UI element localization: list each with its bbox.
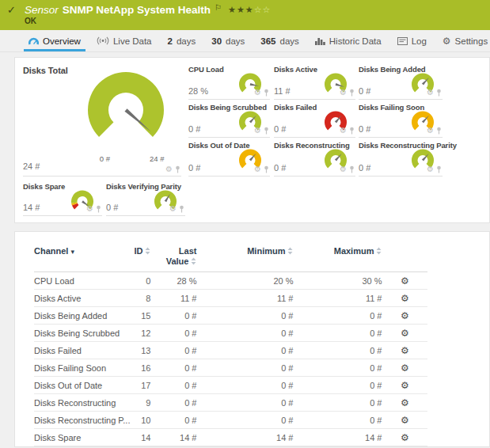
gauge-panel-disks-being-added: Disks Being Added 0 # ⚙ (359, 64, 443, 100)
channel-settings-icon[interactable]: ⚙ (401, 328, 409, 339)
cell-last-value: 0 # (150, 359, 196, 377)
tab-num: 30 (211, 36, 222, 46)
cell-minimum: 0 # (196, 325, 293, 342)
channel-settings-icon[interactable]: ⚙ (401, 345, 409, 356)
column-header-minimum[interactable]: Minimum (196, 246, 293, 272)
channel-settings-icon[interactable]: ⚙ (401, 432, 409, 443)
cell-maximum: 11 # (293, 290, 382, 307)
gauge-title: Disks Total (23, 66, 68, 75)
gauge-panel-actions: ⚙ (254, 89, 269, 97)
channel-settings-icon[interactable]: ⚙ (427, 89, 434, 97)
gauge-panel-disks-reconstructing-parity: Disks Reconstructing Parity 0 # ⚙ (359, 140, 443, 177)
channel-settings-icon[interactable]: ⚙ (401, 363, 409, 374)
channel-settings-icon[interactable]: ⚙ (340, 165, 347, 173)
status-check-icon: ✓ (7, 4, 16, 16)
pin-icon[interactable] (436, 127, 442, 135)
cell-maximum: 0 # (293, 359, 382, 377)
gauge-panel-disks-being-scrubbed: Disks Being Scrubbed 0 # ⚙ (188, 102, 270, 138)
gauge-title: Disks Failed (274, 103, 317, 112)
gauge-title: CPU Load (188, 65, 224, 74)
channel-settings-icon[interactable]: ⚙ (254, 127, 261, 135)
gauge-panel-actions: ⚙ (165, 165, 180, 173)
channel-settings-icon[interactable]: ⚙ (401, 293, 409, 304)
stars-empty: ☆☆ (254, 5, 272, 14)
tab-30-days[interactable]: 30 days (203, 30, 253, 51)
cell-id: 16 (130, 359, 150, 377)
table-row: Disks Being Scrubbed 12 0 # 0 # 0 # ⚙ (34, 325, 427, 342)
pin-icon[interactable] (436, 165, 442, 173)
table-row: Disks Reconstructing 9 0 # 0 # 0 # ⚙ (34, 394, 427, 412)
channel-settings-icon[interactable]: ⚙ (340, 89, 347, 97)
tab-historic-data[interactable]: Historic Data (307, 30, 389, 51)
tab-label: Log (412, 36, 427, 46)
pin-icon[interactable] (264, 89, 269, 97)
column-header-channel[interactable]: Channel▾ (34, 246, 130, 272)
gauge-panel-disks-reconstructing: Disks Reconstructing 0 # ⚙ (274, 140, 355, 177)
pin-icon[interactable] (179, 205, 184, 213)
tab-word: days (226, 36, 245, 46)
broadcast-icon (97, 36, 109, 45)
pin-icon[interactable] (264, 165, 269, 173)
channel-settings-icon[interactable]: ⚙ (401, 415, 409, 426)
pin-icon[interactable] (175, 165, 180, 173)
channel-settings-icon[interactable]: ⚙ (169, 205, 177, 213)
gauge-panel-actions: ⚙ (340, 127, 355, 135)
pin-icon[interactable] (349, 89, 355, 97)
gauge-value: 0 # (188, 163, 200, 173)
pin-icon[interactable] (264, 127, 269, 135)
tab-365-days[interactable]: 365 days (253, 30, 306, 51)
table-row: Disks Reconstructing P... 10 0 # 0 # 0 #… (34, 412, 427, 429)
priority-stars[interactable]: ★★★☆☆ (228, 5, 271, 14)
cell-minimum: 0 # (196, 342, 293, 359)
gauge-title: Disks Spare (23, 182, 65, 191)
cell-maximum: 0 # (293, 307, 382, 325)
page-title: SNMP NetApp System Health (63, 4, 211, 16)
cell-minimum: 0 # (196, 412, 293, 429)
column-header-actions (382, 246, 427, 272)
cell-channel: Disks Failed (34, 342, 130, 359)
cell-last-value: 11 # (150, 290, 196, 307)
cell-channel: Disks Reconstructing (34, 394, 130, 412)
channel-settings-icon[interactable]: ⚙ (340, 127, 347, 135)
tab-live-data[interactable]: Live Data (89, 30, 160, 51)
channel-settings-icon[interactable]: ⚙ (254, 165, 261, 173)
channel-settings-icon[interactable]: ⚙ (165, 165, 173, 173)
sort-icon (287, 247, 293, 255)
cell-channel: Disks Being Scrubbed (34, 325, 130, 342)
gauge-value: 14 # (23, 203, 40, 212)
column-header-last-value[interactable]: LastValue (150, 246, 196, 272)
cell-channel: Disks Failing Soon (34, 359, 130, 377)
channel-settings-icon[interactable]: ⚙ (401, 275, 409, 287)
cell-maximum: 0 # (293, 412, 382, 429)
tab-overview[interactable]: Overview (21, 30, 89, 51)
tab-label: Settings (455, 36, 488, 46)
cell-last-value: 28 % (150, 272, 196, 290)
sort-caret-icon: ▾ (70, 248, 74, 256)
channel-settings-icon[interactable]: ⚙ (401, 397, 409, 408)
stars-filled: ★★★ (228, 5, 254, 14)
tab-2-days[interactable]: 2 days (160, 30, 204, 51)
pin-icon[interactable] (96, 205, 101, 213)
gauge-panel-actions: ⚙ (169, 205, 184, 213)
channel-settings-icon[interactable]: ⚙ (427, 127, 434, 135)
channel-table-body: CPU Load 0 28 % 20 % 30 % ⚙ Disks Active… (34, 272, 427, 446)
pin-icon[interactable] (436, 89, 442, 97)
gauge-panel-actions: ⚙ (427, 127, 442, 135)
pin-icon[interactable] (349, 165, 355, 173)
gear-icon: ⚙ (443, 36, 451, 46)
channel-settings-icon[interactable]: ⚙ (254, 89, 261, 97)
cell-last-value: 0 # (150, 412, 196, 429)
channel-settings-icon[interactable]: ⚙ (401, 310, 409, 321)
column-header-id[interactable]: ID (130, 246, 150, 272)
cell-id: 17 (130, 377, 150, 394)
log-icon (397, 37, 408, 45)
channel-settings-icon[interactable]: ⚙ (427, 165, 434, 173)
cell-channel: Disks Out of Date (34, 377, 130, 394)
gauge-panel-disks-verifying-parity: Disks Verifying Parity 0 # ⚙ (106, 181, 185, 216)
tab-settings[interactable]: ⚙ Settings (435, 30, 490, 51)
channel-settings-icon[interactable]: ⚙ (86, 205, 93, 213)
column-header-maximum[interactable]: Maximum (293, 246, 382, 272)
pin-icon[interactable] (349, 127, 355, 135)
tab-log[interactable]: Log (389, 30, 435, 51)
channel-settings-icon[interactable]: ⚙ (401, 380, 409, 391)
